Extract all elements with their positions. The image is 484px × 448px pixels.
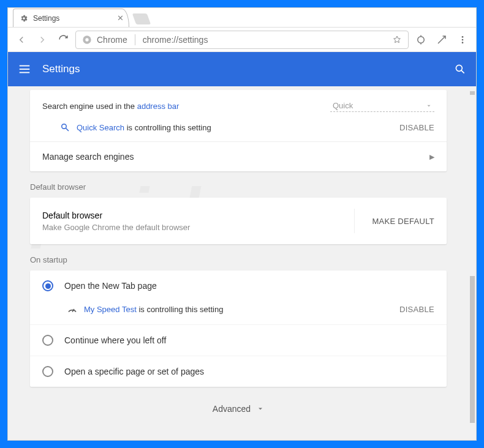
startup-option-new-tab[interactable]: Open the New Tab page (30, 271, 447, 301)
startup-option-label: Continue where you left off (64, 335, 166, 345)
default-browser-card: Default browser Make Google Chrome the d… (30, 198, 447, 244)
chevron-right-icon: ▶ (429, 153, 434, 161)
address-bar-link[interactable]: address bar (137, 102, 180, 111)
on-startup-card: Open the New Tab page My Speed Test is c… (30, 271, 447, 387)
scrollbar-thumb[interactable] (470, 276, 475, 423)
settings-title: Settings (42, 63, 80, 75)
svg-point-6 (85, 38, 88, 41)
omnibox-scheme: Chrome (97, 35, 127, 45)
chrome-menu-button[interactable] (454, 31, 471, 48)
chevron-down-icon (257, 405, 264, 413)
chevron-down-icon (426, 103, 432, 109)
manage-search-engines-row[interactable]: Manage search engines ▶ (30, 141, 447, 171)
search-engine-selected: Quick (333, 101, 353, 110)
speedometer-icon (67, 304, 78, 315)
startup-controlling-extension-link[interactable]: My Speed Test (84, 305, 137, 314)
omnibox-divider (135, 34, 135, 45)
hamburger-icon[interactable] (18, 62, 31, 76)
settings-content: pcrisk.com Search engine used in the add… (8, 86, 476, 440)
search-engine-card: Search engine used in the address bar Qu… (30, 90, 447, 171)
svg-point-14 (456, 65, 462, 71)
address-bar[interactable]: Chrome chrome://settings (75, 31, 409, 49)
default-browser-subtitle: Make Google Chrome the default browser (42, 223, 190, 232)
scrollbar[interactable] (469, 86, 475, 440)
chrome-logo-icon (82, 35, 92, 45)
extension-search-icon (59, 122, 70, 133)
search-engine-label: Search engine used in the (42, 102, 137, 111)
extension-icon[interactable] (412, 31, 429, 48)
make-default-button[interactable]: MAKE DEFAULT (354, 209, 434, 233)
svg-line-15 (461, 70, 464, 73)
default-browser-row: Default browser Make Google Chrome the d… (30, 198, 447, 244)
startup-option-label: Open the New Tab page (64, 281, 157, 291)
controlling-suffix: is controlling this setting (124, 123, 211, 132)
controlling-extension-link[interactable]: Quick Search (77, 123, 124, 132)
tab-title: Settings (33, 14, 59, 23)
svg-point-16 (62, 124, 67, 129)
svg-point-7 (418, 36, 425, 43)
svg-point-10 (462, 42, 464, 43)
tab-settings[interactable]: Settings ✕ (13, 9, 129, 27)
browser-window: Settings ✕ Chrome chrome://settings (7, 7, 477, 441)
nav-toolbar: Chrome chrome://settings (8, 28, 476, 52)
manage-search-engines-label: Manage search engines (42, 152, 134, 162)
advanced-label: Advanced (213, 404, 251, 414)
scrollbar-arrow-up[interactable] (470, 91, 475, 95)
new-tab-button[interactable] (132, 13, 151, 24)
radio-unchecked-icon (42, 335, 53, 346)
omnibox-url: chrome://settings (143, 35, 208, 45)
forward-button[interactable] (34, 31, 51, 48)
on-startup-section-label: On startup (30, 255, 447, 264)
search-engine-row: Search engine used in the address bar Qu… (30, 90, 447, 116)
advanced-toggle[interactable]: Advanced (30, 404, 447, 414)
disable-startup-extension-button[interactable]: DISABLE (399, 305, 434, 314)
radio-checked-icon (42, 280, 53, 291)
close-tab-icon[interactable]: ✕ (117, 13, 124, 23)
search-engine-controlled-row: Quick Search is controlling this setting… (30, 116, 447, 141)
startup-option-specific[interactable]: Open a specific page or set of pages (30, 356, 447, 387)
settings-header: Settings (8, 52, 476, 86)
search-icon[interactable] (454, 63, 466, 75)
default-browser-section-label: Default browser (30, 182, 447, 192)
default-browser-title: Default browser (42, 211, 190, 220)
startup-controlled-row: My Speed Test is controlling this settin… (30, 301, 447, 324)
disable-search-extension-button[interactable]: DISABLE (399, 123, 434, 132)
search-engine-select[interactable]: Quick (330, 100, 434, 112)
back-button[interactable] (13, 31, 30, 48)
startup-controlling-suffix: is controlling this setting (137, 305, 224, 314)
radio-unchecked-icon (42, 366, 53, 377)
star-icon[interactable] (392, 35, 402, 45)
startup-option-label: Open a specific page or set of pages (64, 367, 204, 376)
startup-option-continue[interactable]: Continue where you left off (30, 324, 447, 356)
svg-line-17 (66, 129, 69, 132)
gear-icon (20, 14, 28, 23)
reload-button[interactable] (55, 31, 72, 48)
svg-point-8 (462, 36, 464, 38)
extension-icon-2[interactable] (433, 31, 450, 48)
tab-strip: Settings ✕ (8, 8, 476, 28)
svg-point-9 (462, 39, 464, 40)
